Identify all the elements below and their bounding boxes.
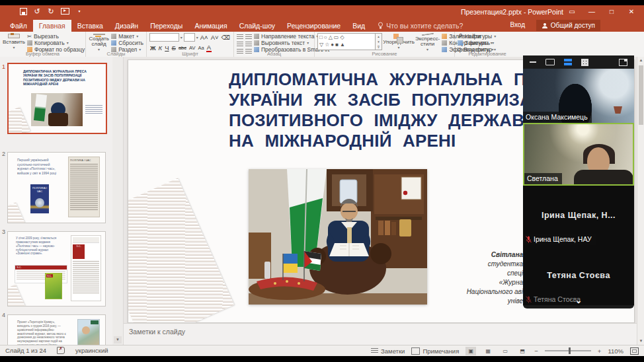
restore-icon[interactable]: □ xyxy=(603,5,620,18)
change-case-button[interactable]: Aa xyxy=(197,45,204,51)
tab-view[interactable]: Вид xyxy=(346,20,371,32)
thumbnail-pane-scrollbar[interactable]: ▼ xyxy=(112,57,124,345)
grow-font-icon[interactable]: A˄ xyxy=(200,34,209,41)
scroll-thumb[interactable] xyxy=(639,65,643,125)
slide-thumbnail-pane: 1 ДИПЛОМАТИЧНА ЖУРНАЛЬНА ПРЕСА УКРАЇНИ Я… xyxy=(0,57,112,345)
tab-animations[interactable]: Анимация xyxy=(188,20,233,32)
notes-toggle[interactable]: Заметки xyxy=(371,347,405,355)
paste-button[interactable]: Вставить▾ xyxy=(3,33,25,50)
thumb2-toc-page: ПОЛІТИКА І ЧАС xyxy=(68,157,100,217)
collapse-strip-chevron-icon[interactable]: ⌄ xyxy=(523,297,634,304)
reset-icon xyxy=(111,40,116,46)
video-tile-iryna[interactable]: Ірина Щепак, Н... Ірина Щепак, НАУ xyxy=(523,186,634,245)
start-slideshow-icon[interactable] xyxy=(61,8,69,15)
flower-pot xyxy=(614,106,622,114)
tab-review[interactable]: Рецензирование xyxy=(281,20,346,32)
thumbnail-slide-1[interactable]: ДИПЛОМАТИЧНА ЖУРНАЛЬНА ПРЕСА УКРАЇНИ ЯК … xyxy=(7,63,107,134)
zoom-out-icon[interactable]: − xyxy=(534,347,538,355)
speaker-view-icon[interactable] xyxy=(545,59,555,65)
redo-icon[interactable]: ↻ xyxy=(47,7,55,15)
zoom-slider-thumb[interactable] xyxy=(569,347,571,354)
zoom-in-icon[interactable]: + xyxy=(598,347,602,355)
line-spacing-icon[interactable] xyxy=(245,42,252,47)
layout-button[interactable]: Макет▾ xyxy=(111,33,143,39)
numbering-icon[interactable] xyxy=(245,34,252,40)
thumbnail-slide-4[interactable]: Проект «Територія Криму», виходить з гру… xyxy=(7,314,106,345)
grid-view-icon[interactable] xyxy=(581,59,588,66)
copy-button[interactable]: Копировать▾ xyxy=(27,40,85,46)
align-text-icon xyxy=(254,40,259,46)
popout-icon[interactable] xyxy=(619,59,627,66)
scroll-up-icon[interactable]: ▲ xyxy=(637,57,644,64)
find-button[interactable]: 🔎︎Найти xyxy=(458,33,494,39)
indent-icon[interactable] xyxy=(237,42,243,47)
tab-slideshow[interactable]: Слайд-шоу xyxy=(233,20,281,32)
cut-button[interactable]: ✂Вырезать xyxy=(27,33,85,39)
fit-slide-to-window-icon[interactable] xyxy=(630,347,639,355)
group-paragraph: Направление текста▾ Выровнять текст▾ Пре… xyxy=(234,32,315,57)
save-icon[interactable] xyxy=(20,8,27,15)
slide-vertical-scrollbar[interactable]: ▲ ▼ xyxy=(637,57,644,345)
layout-icon xyxy=(111,34,116,39)
thumbnail-slide-2[interactable]: Перший український суспільно-політичний … xyxy=(7,152,106,223)
thumbnail-scroll-down-icon[interactable]: ▼ xyxy=(114,336,122,344)
minimize-icon[interactable]: — xyxy=(583,5,600,18)
zoom-level[interactable]: 110% xyxy=(608,347,624,355)
arrange-icon xyxy=(393,34,404,38)
tell-me-box[interactable]: Что вы хотите сделать? xyxy=(371,20,463,32)
ribbon-display-options-icon[interactable]: ▭ xyxy=(563,5,581,18)
video-tile-svetlana-active[interactable]: Светлана xyxy=(523,123,634,186)
tab-transitions[interactable]: Переходы xyxy=(144,20,188,32)
tab-design[interactable]: Дизайн xyxy=(109,20,144,32)
shrink-font-icon[interactable]: A˅ xyxy=(210,34,220,41)
new-slide-button[interactable]: Создать слайд▾ xyxy=(89,33,109,50)
bullets-icon[interactable] xyxy=(237,34,243,40)
arrange-button[interactable]: Упорядочить▾ xyxy=(384,33,413,50)
video-tile-oksana[interactable]: Оксана Максимець xyxy=(523,69,634,123)
zoom-slider[interactable] xyxy=(545,350,591,351)
slide-photo-ambassador[interactable] xyxy=(249,169,427,305)
thumb-number-3: 3 xyxy=(2,229,5,235)
language-indicator[interactable]: украинский xyxy=(75,347,108,354)
share-button[interactable]: Общий доступ xyxy=(536,20,600,31)
tab-home[interactable]: Главная xyxy=(33,20,71,32)
font-size-combo[interactable] xyxy=(184,33,195,42)
meeting-panel: Оксана Максимець Светлана Ірина Щепак, Н… xyxy=(523,55,634,308)
notes-placeholder: Заметки к слайду xyxy=(129,328,185,336)
replace-icon xyxy=(458,40,463,46)
shapes-scroll-icons[interactable]: ▴▾⊽ xyxy=(376,33,382,50)
slide-credit-block[interactable]: Світлана студентка спеці «Журна Націонал… xyxy=(467,250,523,306)
notes-panel[interactable]: Заметки к слайду xyxy=(124,323,637,345)
comments-toggle[interactable]: Примечания xyxy=(411,347,459,355)
text-shadow-button[interactable]: abc xyxy=(178,45,187,51)
normal-view-icon[interactable]: ▣ xyxy=(465,347,476,355)
undo-icon[interactable]: ↺ xyxy=(33,7,41,15)
shapes-gallery[interactable]: □○△▭◇ ▽☆●■▲ ▴▾⊽ xyxy=(317,33,382,50)
thumb-number-2: 2 xyxy=(2,151,5,157)
thumbnail-slide-3[interactable]: У січні 2009 року, з'являється правонаст… xyxy=(7,231,106,307)
slide-papers-decor xyxy=(128,178,234,323)
reading-view-icon[interactable]: ▭ xyxy=(500,347,510,355)
video-tile-tetiana[interactable]: Тетяна Стоєва Тетяна Стоєва ⌄ xyxy=(523,245,634,305)
gallery-strip-view-icon[interactable] xyxy=(564,59,572,65)
new-slide-icon xyxy=(93,34,105,35)
spellcheck-icon[interactable] xyxy=(57,347,65,354)
scissors-icon: ✂ xyxy=(27,33,32,40)
group-slides: Создать слайд▾ Макет▾ Сбросить Раздел▾ С… xyxy=(86,32,147,57)
sign-in-link[interactable]: Вход xyxy=(510,21,525,28)
slideshow-view-icon[interactable]: ⬒ xyxy=(517,347,528,355)
minimize-panel-icon[interactable] xyxy=(530,61,536,63)
thumb4-magazine-photo xyxy=(77,319,100,345)
tab-insert[interactable]: Вставка xyxy=(71,20,109,32)
font-name-combo[interactable] xyxy=(149,33,179,42)
quick-styles-button[interactable]: Экспресс-стили▾ xyxy=(415,33,440,50)
qat-customize-icon[interactable]: ▾ xyxy=(75,7,83,15)
reset-button[interactable]: Сбросить xyxy=(111,40,143,46)
replace-button[interactable]: Заменить▾ xyxy=(458,40,494,46)
clear-formatting-icon[interactable]: ⌫ xyxy=(221,34,231,41)
slide-sorter-view-icon[interactable]: ▦ xyxy=(483,347,493,355)
tab-file[interactable]: Файл xyxy=(4,20,33,32)
close-icon[interactable]: ✕ xyxy=(623,5,640,18)
scroll-down-icon[interactable]: ▼ xyxy=(637,338,644,345)
character-spacing-button[interactable]: AV xyxy=(188,45,196,51)
